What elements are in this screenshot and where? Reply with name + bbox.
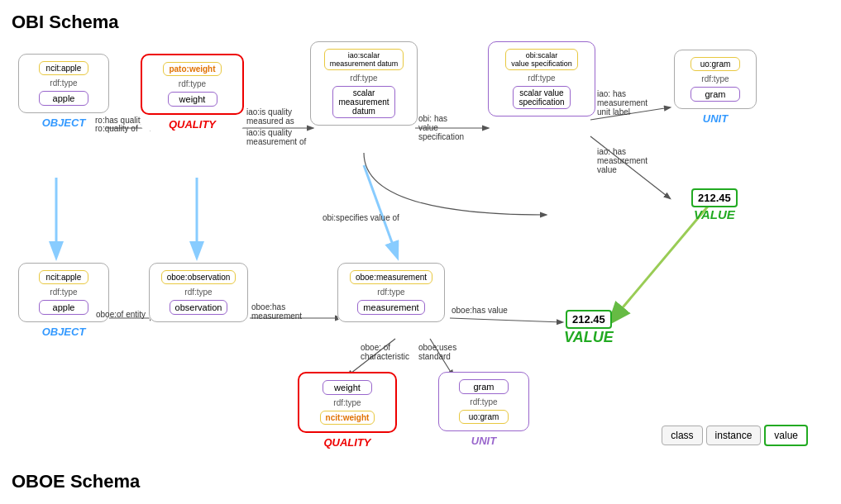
obi-smd-instance: scalarmeasurementdatum — [332, 86, 394, 118]
obi-unit-type: uo:gram — [690, 57, 740, 71]
oboe-observation-node: oboe:observation rdf:type observation — [149, 263, 248, 322]
obi-smd-node: iao:scalarmeasurement datum rdf:type sca… — [310, 41, 418, 126]
oboe-object-type: ncit:apple — [39, 270, 88, 284]
oboe-quality-type: ncit:weight — [320, 411, 375, 425]
obi-object-type: ncit:apple — [39, 61, 88, 75]
iao-has-measurement-value: iao: hasmeasurementvalue — [597, 147, 647, 174]
legend-value: value — [764, 425, 808, 446]
obi-svs-node: obi:scalarvalue specification rdf:type s… — [488, 41, 595, 116]
legend-instance: instance — [706, 426, 762, 445]
oboe-object-label: OBJECT — [18, 326, 109, 338]
obi-svs-instance: scalar valuespecification — [513, 86, 570, 109]
oboe-has-value-label: oboe:has value — [452, 306, 508, 315]
oboe-object-node: ncit:apple rdf:type apple OBJECT — [18, 263, 109, 338]
obi-object-instance: apple — [39, 91, 88, 106]
oboe-unit-node: gram rdf:type uo:gram UNIT — [438, 372, 529, 447]
oboe-value-box: 212.45 — [566, 310, 612, 329]
oboe-meas-type: oboe:measurement — [350, 270, 432, 284]
obi-svs-type: obi:scalarvalue specification — [505, 49, 578, 70]
obi-has-value-spec: obi: hasvaluespecification — [418, 114, 464, 141]
oboe-quality-instance: weight — [323, 380, 372, 395]
oboe-value-label: VALUE — [564, 329, 614, 346]
legend: class instance value — [662, 425, 808, 446]
legend-class: class — [662, 426, 702, 445]
obi-unit-label: UNIT — [674, 112, 757, 125]
obi-specifies-value-of: obi:specifies value of — [323, 213, 399, 222]
iao-has-measurement-unit-label: iao: hasmeasurementunit label — [597, 89, 647, 116]
obi-quality-type: pato:weight — [163, 62, 221, 76]
oboe-meas-instance: measurement — [357, 300, 424, 315]
oboe-object-instance: apple — [39, 300, 88, 315]
obi-value-box: 212.45 — [691, 188, 738, 207]
obi-quality-node: pato:weight rdf:type weight QUALITY — [141, 54, 244, 131]
oboe-unit-label: UNIT — [438, 435, 529, 447]
obi-unit-node: uo:gram rdf:type gram UNIT — [674, 50, 757, 125]
oboe-value-container: 212.45 VALUE — [564, 310, 614, 346]
oboe-obs-type: oboe:observation — [161, 270, 237, 284]
ro-quality-of-label: ro:quality of — [95, 124, 138, 133]
obi-unit-instance: gram — [690, 87, 740, 102]
oboe-uses-standard-label: oboe:usesstandard — [418, 343, 456, 361]
oboe-obs-instance: observation — [170, 300, 228, 315]
oboe-unit-instance: gram — [459, 379, 509, 394]
iao-quality-measured-as: iao:is qualitymeasured as — [246, 107, 294, 126]
oboe-measurement-node: oboe:measurement rdf:type measurement — [337, 263, 445, 322]
oboe-schema-title: OBOE Schema — [12, 471, 140, 492]
obi-schema-title: OBI Schema — [12, 12, 119, 33]
svg-line-11 — [450, 318, 562, 322]
obi-value-container: 212.45 VALUE — [691, 188, 738, 221]
oboe-quality-label: QUALITY — [298, 436, 397, 449]
oboe-quality-node: weight rdf:type ncit:weight QUALITY — [298, 372, 397, 449]
obi-smd-type: iao:scalarmeasurement datum — [324, 49, 404, 70]
obi-quality-label: QUALITY — [141, 118, 244, 131]
obi-quality-instance: weight — [168, 92, 217, 107]
obi-value-label: VALUE — [691, 207, 738, 221]
oboe-of-entity-label: oboe:of entity — [96, 310, 146, 319]
oboe-has-measurement-label: oboe:hasmeasurement — [251, 302, 302, 321]
svg-line-7 — [364, 165, 397, 256]
oboe-of-characteristic-label: oboe: ofcharacteristic — [361, 343, 409, 361]
iao-quality-measurement-of: iao:is qualitymeasurement of — [246, 128, 306, 146]
oboe-unit-type: uo:gram — [459, 410, 509, 424]
